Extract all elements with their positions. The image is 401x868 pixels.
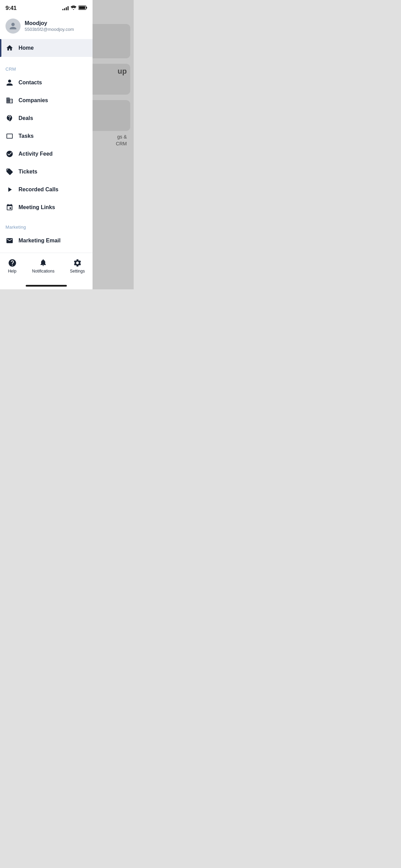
tasks-label: Tasks <box>19 133 34 139</box>
help-label: Help <box>8 269 16 274</box>
activity-feed-icon <box>5 150 14 158</box>
user-profile[interactable]: Moodjoy 5503b5f2@moodjoy.com <box>0 14 93 39</box>
sidebar-item-tickets[interactable]: Tickets <box>0 163 93 181</box>
tickets-label: Tickets <box>19 169 37 175</box>
wifi-icon <box>71 5 76 11</box>
help-button[interactable]: Help <box>1 257 24 275</box>
home-icon <box>5 44 14 52</box>
crm-section-header: CRM <box>0 60 93 74</box>
settings-button[interactable]: Settings <box>63 257 92 275</box>
home-label: Home <box>19 45 34 51</box>
marketing-section-header: Marketing <box>0 218 93 232</box>
notifications-button[interactable]: Notifications <box>25 257 61 275</box>
deals-label: Deals <box>19 115 33 121</box>
user-info: Moodjoy 5503b5f2@moodjoy.com <box>25 20 74 32</box>
sidebar-item-marketing-email[interactable]: Marketing Email <box>0 232 93 250</box>
navigation-drawer: 9:41 <box>0 0 93 289</box>
drawer-scroll-content: Moodjoy 5503b5f2@moodjoy.com Home CRM <box>0 14 93 253</box>
signal-icon <box>62 6 69 10</box>
meeting-links-label: Meeting Links <box>19 204 55 210</box>
activity-feed-label: Activity Feed <box>19 151 53 157</box>
settings-label: Settings <box>70 269 85 274</box>
notifications-icon <box>39 258 48 267</box>
recorded-calls-icon <box>5 185 14 194</box>
contacts-label: Contacts <box>19 80 42 86</box>
marketing-email-label: Marketing Email <box>19 238 61 244</box>
deals-icon <box>5 114 14 122</box>
sidebar-item-activity-feed[interactable]: Activity Feed <box>0 145 93 163</box>
user-name: Moodjoy <box>25 20 74 26</box>
companies-label: Companies <box>19 97 48 104</box>
sidebar-item-deals[interactable]: Deals <box>0 109 93 127</box>
bottom-bar: Help Notifications Settings <box>0 253 93 282</box>
status-icons <box>62 5 87 11</box>
companies-icon <box>5 96 14 105</box>
notifications-label: Notifications <box>32 269 54 274</box>
help-icon <box>8 258 17 267</box>
marketing-email-icon <box>5 237 14 245</box>
avatar <box>5 19 21 34</box>
spacer <box>0 57 93 60</box>
svg-rect-2 <box>86 7 87 9</box>
home-bar <box>26 285 67 287</box>
sidebar-item-tasks[interactable]: Tasks <box>0 127 93 145</box>
sidebar-item-contacts[interactable]: Contacts <box>0 74 93 92</box>
contacts-icon <box>5 79 14 87</box>
sidebar-item-meeting-links[interactable]: Meeting Links <box>0 198 93 216</box>
tasks-icon <box>5 132 14 140</box>
meeting-links-icon <box>5 203 14 212</box>
recorded-calls-label: Recorded Calls <box>19 186 58 193</box>
tickets-icon <box>5 168 14 176</box>
active-indicator <box>0 39 1 57</box>
status-time: 9:41 <box>5 5 16 12</box>
battery-icon <box>78 5 87 11</box>
home-indicator <box>0 282 93 289</box>
settings-icon <box>73 258 82 267</box>
svg-rect-1 <box>79 7 85 9</box>
sidebar-item-companies[interactable]: Companies <box>0 92 93 109</box>
sidebar-item-home[interactable]: Home <box>0 39 93 57</box>
user-email: 5503b5f2@moodjoy.com <box>25 27 74 32</box>
sidebar-item-recorded-calls[interactable]: Recorded Calls <box>0 181 93 198</box>
status-bar: 9:41 <box>0 0 93 14</box>
